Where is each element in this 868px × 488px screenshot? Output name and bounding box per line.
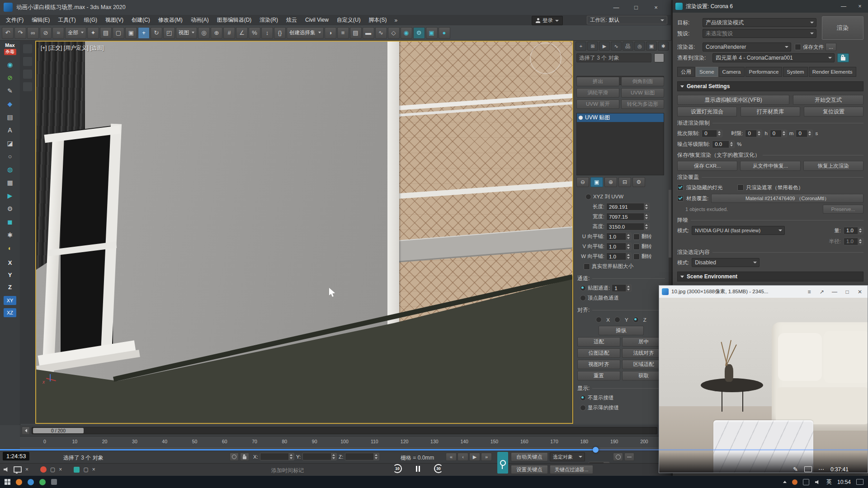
menu-item[interactable]: Civil View	[301, 15, 333, 25]
hierarchy-tab-icon[interactable]: 品	[623, 42, 633, 51]
configure-sets-icon[interactable]: ⚙	[632, 177, 645, 187]
denoise-radius-field[interactable]: 1.0	[844, 238, 863, 245]
object-name-field[interactable]: 选择了 3 个 对象	[576, 53, 651, 62]
time-seconds-field[interactable]: 0	[796, 130, 813, 137]
time-minutes-field[interactable]: 0	[770, 130, 787, 137]
remove-modifier-icon[interactable]: ⊟	[618, 177, 631, 187]
render-button[interactable]: 渲染	[822, 16, 863, 40]
taskbar-app-green[interactable]	[39, 479, 46, 485]
lamp-icon[interactable]: ◐	[5, 243, 15, 253]
pin-stack-icon[interactable]: ⊖	[576, 177, 589, 187]
dim-field[interactable]: 269.191	[606, 203, 650, 211]
preserve-button[interactable]: Preserve...	[823, 205, 863, 214]
modifier-preset-button[interactable]: UVW 展开	[576, 99, 619, 109]
tab-camera[interactable]: Camera	[719, 67, 745, 77]
viewport[interactable]: [+] [正交] [用户定义] [边面] x	[35, 41, 573, 424]
align-action-button[interactable]: 位图适配	[577, 348, 620, 358]
fullscreen-icon[interactable]: ↗	[817, 286, 827, 298]
taskbar-app-gray[interactable]	[51, 479, 57, 485]
menu-item[interactable]: 渲染(R)	[255, 15, 282, 25]
visibility-bulb-icon[interactable]	[579, 116, 583, 120]
restore-icon[interactable]: ▢	[83, 466, 88, 473]
input-language[interactable]: 英	[826, 478, 832, 486]
menu-item[interactable]: 自定义(U)	[333, 15, 365, 25]
document-icon[interactable]: ▤	[5, 112, 15, 122]
material-editor-icon[interactable]: ◉	[401, 27, 412, 39]
pin-tab-icon[interactable]: +	[576, 42, 586, 51]
move-tool-icon[interactable]: +	[138, 27, 150, 39]
time-slider-track[interactable]: 0 / 200	[32, 427, 657, 434]
rollout-general-settings[interactable]: General Settings	[677, 81, 863, 91]
object-color-swatch[interactable]	[654, 53, 664, 62]
plane-lock-button[interactable]: XY	[4, 296, 16, 305]
modifier-preset-button[interactable]: 挤出	[576, 77, 619, 86]
render-selected-dropdown[interactable]: Disabled	[692, 258, 760, 267]
gear-icon[interactable]: ⚙	[5, 204, 15, 214]
show-vfb-button[interactable]: 显示虚拟帧缓冲区(VFB)	[677, 95, 789, 105]
clock[interactable]: 10:54	[837, 479, 851, 485]
use-pivot-icon[interactable]: ◎	[198, 27, 210, 39]
tab-system[interactable]: System	[783, 67, 807, 77]
time-hours-field[interactable]: 0	[745, 130, 762, 137]
modifier-preset-button[interactable]: 倒角剖面	[621, 77, 664, 86]
no-seams-radio[interactable]	[580, 395, 586, 401]
redo-icon[interactable]: ↷	[14, 27, 26, 39]
minimize-button[interactable]: —	[606, 0, 626, 15]
tray-icon-network[interactable]	[803, 479, 809, 485]
workspace-selector[interactable]: 工作区: 默认	[587, 16, 667, 24]
window-crossing-icon[interactable]: ▣	[125, 27, 137, 39]
percent-snap-icon[interactable]: %	[249, 27, 260, 39]
select-by-name-icon[interactable]: ▤	[100, 27, 112, 39]
render-production-icon[interactable]: ●	[439, 27, 450, 39]
tray-expand-icon[interactable]	[783, 481, 787, 483]
mirror-icon[interactable]: ◑	[325, 27, 336, 39]
selection-filter-dropdown[interactable]: 全部	[65, 27, 86, 39]
set-key-button[interactable]: 设置关键点	[511, 465, 548, 474]
angle-snap-icon[interactable]: ∠	[236, 27, 248, 39]
motion-tab-icon[interactable]: ◎	[634, 42, 645, 51]
play-icon[interactable]: ▶	[5, 191, 15, 201]
x-coordinate-field[interactable]	[260, 453, 294, 460]
add-time-tag[interactable]: 添加时间标记	[271, 467, 304, 474]
selection-set-dropdown[interactable]: 创建选择集	[287, 27, 324, 39]
playback-button[interactable]: ▶	[469, 453, 480, 461]
menu-item[interactable]: 编辑(E)	[28, 15, 54, 25]
dim-field[interactable]: 7097.15	[606, 213, 650, 221]
make-unique-icon[interactable]: ⊕	[604, 177, 617, 187]
map-channel-field[interactable]: 1	[612, 284, 632, 292]
menu-item[interactable]: 文件(F)	[2, 15, 28, 25]
tool-icon[interactable]	[23, 44, 32, 53]
scale-tool-icon[interactable]: ◰	[163, 27, 175, 39]
schematic-view-icon[interactable]: ◇	[388, 27, 400, 39]
tab-render-elements[interactable]: Render Elements	[809, 67, 856, 77]
tab-performance[interactable]: Performance	[745, 67, 783, 77]
viewport-label[interactable]: [+] [正交] [用户定义] [边面]	[41, 44, 104, 52]
start-button[interactable]	[5, 479, 10, 485]
tab-common[interactable]: 公用	[677, 67, 695, 77]
grid-icon[interactable]: ▦	[5, 178, 15, 188]
cube-icon[interactable]: ◼	[5, 217, 15, 227]
history-tab-icon[interactable]: ⊞	[587, 42, 598, 51]
renderer-dropdown[interactable]: CoronaRenderer	[703, 42, 791, 52]
speaker-icon[interactable]	[4, 467, 10, 472]
lightmix-button[interactable]: 设置灯光混合	[677, 107, 737, 117]
taskbar-app-blue[interactable]	[28, 479, 34, 485]
close-icon[interactable]: ×	[92, 466, 95, 473]
menu-item[interactable]: 创建(C)	[127, 15, 154, 25]
material-override-checkbox[interactable]	[677, 195, 684, 202]
tab-scene[interactable]: Scene	[696, 67, 718, 77]
modify-tab-icon[interactable]: ∿	[611, 42, 622, 51]
align-x-radio[interactable]	[596, 317, 602, 323]
tool-icon[interactable]	[23, 82, 32, 91]
login-button[interactable]: 登录	[532, 16, 563, 25]
browser-app-icon[interactable]	[40, 466, 47, 473]
time-config-button[interactable]	[613, 453, 623, 461]
denoise-amount-field[interactable]: 1.0	[844, 227, 863, 235]
ref-coord-dropdown[interactable]: 视图	[176, 27, 197, 39]
tile-field[interactable]: 1.0	[606, 233, 632, 240]
menu-item[interactable]: 脚本(S)	[364, 15, 391, 25]
brush-icon[interactable]: ✎	[5, 86, 15, 96]
manipulate-button[interactable]: 操纵	[599, 326, 644, 335]
eraser-icon[interactable]: ◪	[5, 138, 15, 148]
close-button[interactable]: ×	[646, 0, 666, 15]
